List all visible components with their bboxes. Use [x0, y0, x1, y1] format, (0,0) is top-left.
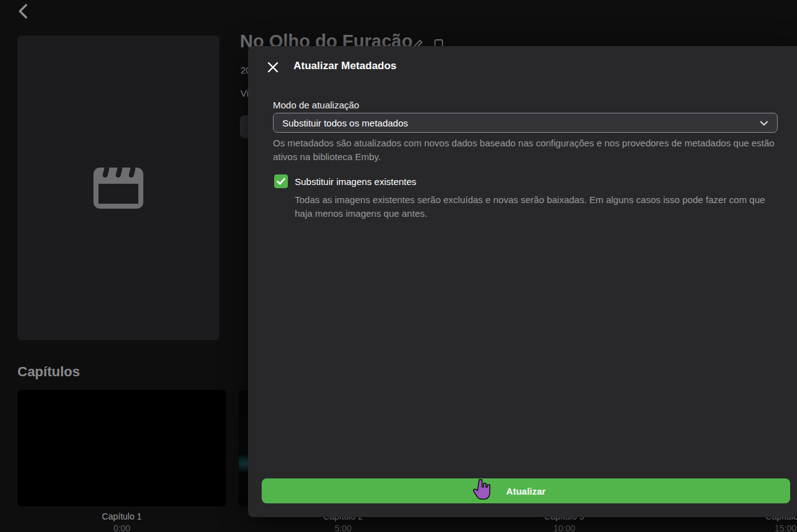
replace-images-help-text: Todas as imagens existentes serão excluí… — [295, 193, 782, 221]
chevron-down-icon — [759, 118, 769, 128]
chapter-time: 15:00 — [681, 523, 797, 532]
update-mode-select[interactable]: Substituir todos os metadados — [273, 113, 778, 133]
chevron-left-icon — [15, 2, 32, 20]
chapter-time: 5:00 — [239, 523, 447, 532]
chapter-label: Capítulo 1 — [17, 511, 226, 521]
update-mode-help-text: Os metadados são atualizados com novos d… — [273, 136, 781, 164]
media-poster-placeholder — [17, 36, 219, 340]
update-submit-button[interactable]: Atualizar — [262, 478, 790, 503]
close-x-icon — [267, 62, 279, 73]
back-button[interactable] — [15, 2, 32, 20]
checkmark-icon — [276, 176, 286, 186]
chapters-heading: Capítulos — [17, 364, 80, 380]
replace-images-checkbox[interactable] — [274, 174, 288, 188]
update-mode-label: Modo de atualização — [273, 100, 359, 110]
film-strip-icon — [92, 165, 145, 211]
chapter-card[interactable]: Capítulo 1 0:00 — [17, 390, 226, 532]
dialog-title: Atualizar Metadados — [294, 60, 396, 72]
chapter-thumbnail[interactable] — [17, 390, 226, 506]
replace-images-label[interactable]: Substituir imagens existentes — [295, 176, 416, 187]
chapter-time: 10:00 — [460, 523, 669, 532]
update-mode-selected-value: Substituir todos os metadados — [282, 118, 408, 128]
chapter-time: 0:00 — [17, 523, 226, 532]
close-button[interactable] — [267, 62, 279, 73]
update-metadata-dialog: Atualizar Metadados Modo de atualização … — [248, 46, 797, 517]
